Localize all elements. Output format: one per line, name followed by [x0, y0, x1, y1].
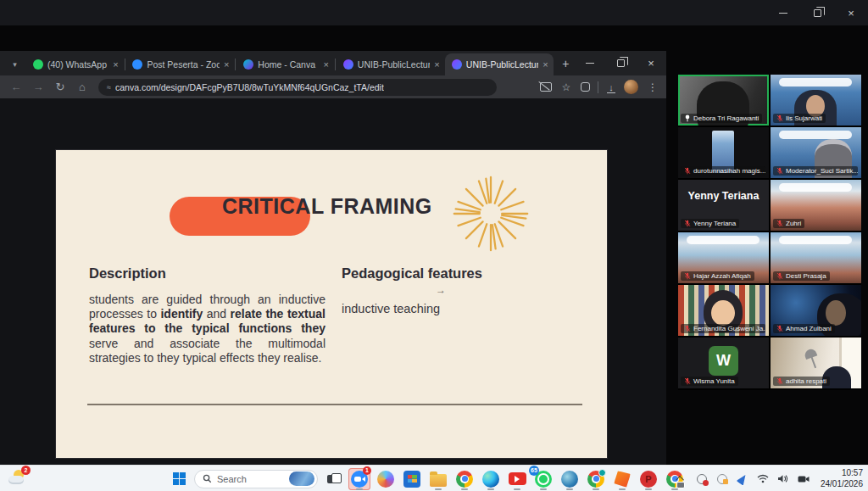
taskbar-file-explorer[interactable]	[427, 468, 449, 490]
running-indicator	[566, 488, 573, 490]
chevron-up-icon	[676, 476, 685, 484]
participant-name-label: Ahmad Zulbani	[773, 324, 835, 333]
taskbar-youtube[interactable]	[506, 468, 528, 490]
window-close-button[interactable]: ×	[834, 0, 868, 25]
video-tile-yenny[interactable]: Yenny Teriana Yenny Teriana	[678, 180, 769, 231]
mic-muted-icon	[776, 167, 783, 175]
site-settings-icon[interactable]: ≈	[107, 83, 110, 92]
mic-muted-icon	[684, 325, 691, 332]
back-button[interactable]: ←	[7, 78, 25, 97]
video-tile-adhita[interactable]: adhita respati	[771, 338, 861, 388]
participant-name-label: Hajar Azzah Afiqah	[681, 271, 754, 281]
profile-avatar[interactable]	[624, 80, 638, 94]
tab-canva-home[interactable]: Home - Canva ×	[236, 53, 334, 75]
video-tile-fernandita[interactable]: Fernandita Gusweni Ja...	[678, 285, 769, 336]
zoom-notification-badge: 1	[363, 466, 371, 475]
tray-overflow-chevron[interactable]	[675, 472, 688, 486]
taskbar-microsoft-store[interactable]	[401, 468, 423, 490]
running-indicator	[487, 488, 494, 490]
video-tile-moderator-suci[interactable]: Moderator_Suci Sartik...	[771, 127, 861, 178]
taskbar-acrobat[interactable]	[611, 468, 633, 490]
reload-button[interactable]: ↻	[51, 78, 70, 97]
start-button[interactable]	[168, 468, 190, 490]
task-view-button[interactable]	[322, 468, 344, 490]
tab-search-button[interactable]: ▾	[5, 55, 25, 74]
extensions-icon[interactable]	[581, 82, 590, 92]
virtual-background-banner	[687, 236, 760, 244]
tray-volume[interactable]	[776, 472, 790, 486]
mic-muted-icon	[684, 220, 691, 227]
weather-widget[interactable]: 2	[7, 468, 29, 489]
clock-date: 24/01/2026	[821, 479, 863, 490]
menu-kebab-icon[interactable]: ⋮	[646, 81, 659, 93]
browser-restore-button[interactable]	[605, 51, 636, 75]
video-tile-durotunnasihah[interactable]: durotunnasihah magis...	[678, 127, 769, 178]
taskbar-search-box[interactable]: Search	[194, 470, 318, 488]
browser-close-button[interactable]: ×	[636, 51, 666, 75]
powerpoint-icon: P	[640, 471, 657, 488]
tab-close-icon[interactable]: ×	[542, 59, 548, 70]
tab-title: (40) WhatsApp	[47, 59, 108, 70]
wifi-icon	[757, 474, 769, 483]
tab-public-lecture-1[interactable]: UNIB-PublicLecture - Presen ×	[337, 53, 445, 75]
address-bar[interactable]: ≈ canva.com/design/DAFcgPyB7U8/8wTuYkMNf…	[98, 79, 497, 96]
virtual-background-banner	[779, 131, 852, 139]
store-icon	[403, 471, 420, 488]
tab-zoom[interactable]: Post Peserta - Zoom ×	[125, 53, 234, 75]
slide-divider-line	[87, 404, 582, 405]
home-button[interactable]: ⌂	[73, 78, 92, 97]
tab-public-lecture-2-active[interactable]: UNIB-PublicLecture - Presen ×	[445, 53, 554, 75]
taskbar-ai-assistant[interactable]	[559, 468, 581, 490]
folder-icon	[430, 474, 447, 487]
taskbar-copilot[interactable]	[375, 468, 397, 490]
whatsapp-unread-badge: 65	[529, 466, 539, 476]
browser-minimize-button[interactable]	[575, 51, 605, 75]
taskbar-edge[interactable]	[480, 468, 502, 490]
video-tile-wisma[interactable]: W Wisma Yunita	[678, 338, 769, 388]
video-tile-desti[interactable]: Desti Prasaja	[771, 232, 861, 283]
video-tile-hajar[interactable]: Hajar Azzah Afiqah	[678, 232, 769, 283]
tray-onedrive-sync[interactable]	[715, 472, 729, 486]
participant-name-label: Desti Prasaja	[773, 271, 830, 281]
tab-close-icon[interactable]: ×	[323, 59, 328, 70]
taskbar-chrome[interactable]	[453, 468, 476, 490]
taskbar-powerpoint[interactable]: P	[637, 468, 659, 490]
tray-camera[interactable]	[797, 472, 810, 486]
search-placeholder: Search	[217, 474, 284, 484]
window-restore-button[interactable]	[800, 0, 834, 25]
video-tile-debora[interactable]: Debora Tri Ragawanti	[678, 75, 769, 126]
cartoon-avatar-face	[711, 300, 735, 326]
video-tile-iis[interactable]: Iis Sujarwati	[771, 75, 861, 126]
tray-clock[interactable]: 10:57 24/01/2026	[821, 468, 863, 489]
tab-close-icon[interactable]: ×	[113, 59, 118, 70]
browser-toolbar: ← → ↻ ⌂ ≈ canva.com/design/DAFcgPyB7U8/8…	[0, 75, 666, 98]
pedagogical-features-body: inductive teaching	[342, 302, 440, 315]
video-tile-zuhri[interactable]: Zuhri	[771, 180, 861, 231]
tab-close-icon[interactable]: ×	[434, 59, 439, 70]
initial-avatar: W	[709, 346, 738, 376]
forward-button[interactable]: →	[29, 78, 47, 97]
participant-name-label: Fernandita Gusweni Ja...	[681, 324, 765, 333]
tab-close-icon[interactable]: ×	[224, 59, 229, 70]
new-tab-button[interactable]: +	[557, 53, 575, 74]
downloads-icon[interactable]: ↓	[606, 82, 616, 92]
bookmark-star-icon[interactable]: ☆	[559, 81, 573, 93]
search-icon	[203, 474, 212, 483]
taskbar-chrome-profile2[interactable]	[585, 468, 607, 490]
tab-whatsapp[interactable]: (40) WhatsApp ×	[26, 53, 124, 75]
tab-separator	[335, 59, 336, 70]
tab-title: UNIB-PublicLecture - Presen	[466, 59, 539, 70]
running-indicator	[356, 488, 363, 490]
participant-name-label: durotunnasihah magis...	[681, 166, 765, 176]
tray-wifi[interactable]	[756, 472, 770, 486]
taskbar-whatsapp[interactable]: 65	[532, 468, 554, 490]
virtual-background-banner	[779, 236, 852, 244]
tray-recording[interactable]	[695, 472, 709, 486]
cast-disabled-icon[interactable]	[540, 82, 552, 92]
tray-pen-input[interactable]	[736, 472, 749, 486]
running-indicator	[593, 488, 599, 490]
window-minimize-button[interactable]	[766, 0, 800, 25]
video-tile-ahmad[interactable]: Ahmad Zulbani	[771, 285, 861, 336]
minimize-icon	[779, 13, 787, 14]
taskbar-zoom-app[interactable]: 1	[348, 468, 370, 490]
